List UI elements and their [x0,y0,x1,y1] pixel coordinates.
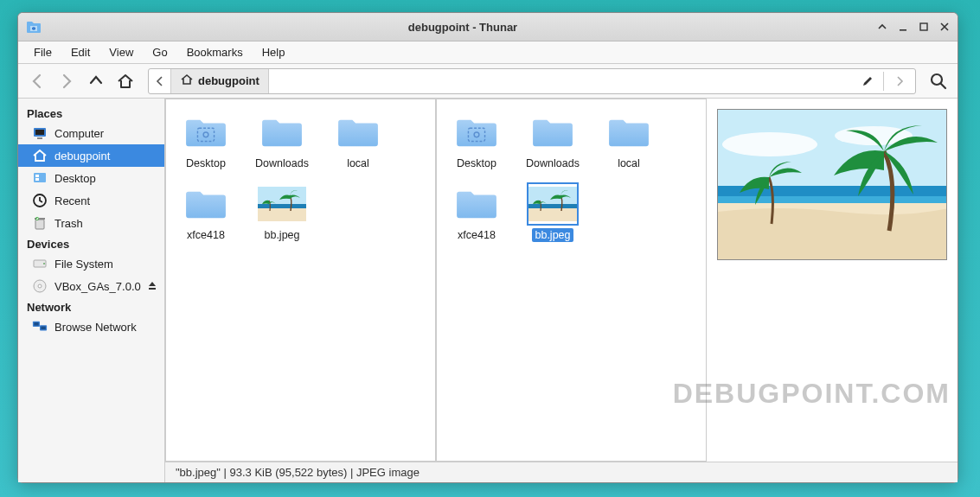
window-maximize-button[interactable] [918,21,930,33]
path-back-icon[interactable] [149,69,171,93]
window-body: Places Computer debugpoint Desktop Recen… [18,99,958,482]
folder-icon [258,112,306,152]
file-item[interactable]: bb.jpeg [249,182,315,245]
sidebar: Places Computer debugpoint Desktop Recen… [18,99,165,482]
file-label: bb.jpeg [261,228,302,242]
back-button[interactable] [25,69,49,93]
svg-rect-4 [900,29,906,31]
svg-point-20 [38,284,42,288]
folder-icon [334,112,382,152]
panes-container: Desktop Downloads local xfce418 bb.jpeg … [165,99,958,482]
home-button[interactable] [113,69,138,93]
menu-view[interactable]: View [100,42,142,62]
image-icon [258,184,306,224]
home-icon [180,73,194,89]
menu-go[interactable]: Go [144,42,176,62]
sidebar-item-label: Browse Network [54,321,137,334]
file-item[interactable]: Desktop [444,110,509,173]
svg-rect-8 [35,130,44,135]
statusbar-text: "bb.jpeg" | 93.3 KiB (95,522 bytes) | JP… [176,466,420,479]
sidebar-item-label: Trash [54,217,83,230]
eject-icon[interactable] [147,280,157,293]
titlebar[interactable]: debugpoint - Thunar [18,13,958,41]
window-minimize-button[interactable] [897,21,909,33]
folder-icon [452,184,501,224]
menu-bookmarks[interactable]: Bookmarks [178,42,252,62]
file-label: Downloads [253,156,311,170]
file-item[interactable]: Downloads [520,110,586,173]
sidebar-item-label: VBox_GAs_7.0.0 [54,280,141,293]
file-label: local [615,156,643,170]
svg-point-6 [932,74,942,85]
menu-edit[interactable]: Edit [62,42,99,62]
search-button[interactable] [926,69,951,93]
sidebar-item-network[interactable]: Browse Network [18,315,164,338]
svg-rect-12 [35,178,39,181]
pane-left[interactable]: Desktop Downloads local xfce418 bb.jpeg [165,99,436,462]
file-label: bb.jpeg [532,228,573,242]
window-rollup-button[interactable] [876,21,888,33]
sidebar-item-filesystem[interactable]: File System [18,252,164,275]
svg-rect-9 [37,137,42,139]
pathbar[interactable]: debugpoint [148,68,916,94]
folder-desktop-icon [452,112,501,152]
sidebar-item-home[interactable]: debugpoint [18,144,164,167]
sidebar-item-trash[interactable]: Trash [18,212,164,234]
svg-rect-24 [41,327,45,330]
path-segment-label: debugpoint [198,74,259,87]
file-item[interactable]: local [325,110,391,173]
forward-button[interactable] [54,69,79,93]
sidebar-item-computer[interactable]: Computer [18,122,164,144]
sidebar-item-optical[interactable]: VBox_GAs_7.0.0 [18,275,164,297]
file-label: Downloads [523,156,582,170]
disc-icon [32,278,48,294]
file-item[interactable]: Desktop [173,110,239,173]
svg-rect-23 [34,322,38,326]
up-button[interactable] [84,69,108,93]
folder-icon [182,184,230,224]
window-title: debugpoint - Thunar [49,21,876,34]
image-icon [528,184,577,224]
svg-rect-11 [35,175,39,177]
file-label: xfce418 [184,228,227,242]
computer-icon [32,125,48,141]
app-folder-icon [25,18,42,35]
file-item[interactable]: bb.jpeg [520,182,586,245]
path-segment-home[interactable]: debugpoint [171,69,269,93]
file-label: local [344,156,372,170]
watermark-text: DEBUGPOINT.COM [673,378,951,410]
menu-file[interactable]: File [25,42,61,62]
sidebar-header-places: Places [18,104,164,122]
sidebar-item-label: Recent [54,194,90,207]
menu-help[interactable]: Help [253,42,294,62]
pane-right[interactable]: Desktop Downloads local xfce418 bb.jpeg [436,99,707,462]
desktop-icon [32,170,48,186]
network-icon [32,319,48,335]
path-forward-icon[interactable] [887,69,912,93]
trash-icon [32,215,48,231]
file-label: Desktop [183,156,228,170]
window-close-button[interactable] [938,21,951,33]
preview-panel: DEBUGPOINT.COM [707,99,958,462]
edit-path-button[interactable] [855,69,880,93]
file-item[interactable]: Downloads [249,110,315,173]
sidebar-header-devices: Devices [18,234,164,252]
file-label: xfce418 [455,228,498,242]
file-item[interactable]: local [596,110,662,173]
svg-rect-10 [34,173,46,182]
preview-image [717,109,947,260]
sidebar-item-label: debugpoint [54,150,110,162]
sidebar-item-desktop[interactable]: Desktop [18,167,164,189]
sidebar-item-label: File System [54,258,113,271]
sidebar-item-label: Computer [54,127,104,140]
sidebar-item-recent[interactable]: Recent [18,189,164,212]
file-item[interactable]: xfce418 [444,182,509,245]
sidebar-header-network: Network [18,297,164,315]
menubar: File Edit View Go Bookmarks Help [18,41,958,64]
file-item[interactable]: xfce418 [173,182,239,245]
thunar-window: debugpoint - Thunar File Edit View Go Bo… [17,12,958,483]
sidebar-item-label: Desktop [54,172,96,185]
folder-icon [605,112,653,152]
svg-point-31 [722,132,817,156]
home-icon [32,148,48,163]
